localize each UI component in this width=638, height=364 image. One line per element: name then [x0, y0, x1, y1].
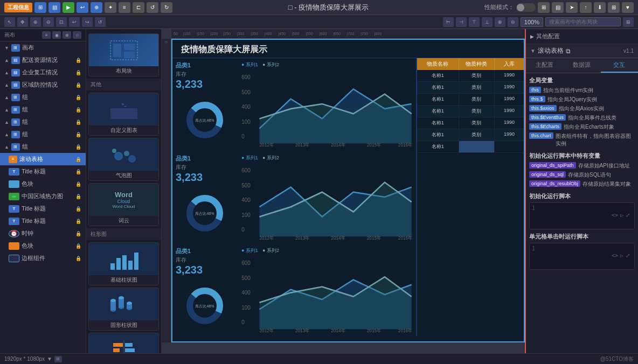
- toolbar-btn-3[interactable]: ▶: [63, 2, 74, 13]
- code-icon-copy[interactable]: ▷: [620, 212, 623, 218]
- code-icon-code-2[interactable]: <>: [612, 253, 618, 258]
- second-toolbar: ↖ ✥ ⊕ ⊖ ⊡ ↩ ↪ ↺ ⊢ ⊣ ⊤ ⊥ ⊕ ⊖ 100% ⊞: [0, 15, 638, 29]
- tool-zoom-in2[interactable]: ⊕: [495, 17, 505, 27]
- ruler-vertical: 0: [162, 39, 171, 342]
- tool-align-left[interactable]: ⊢: [443, 17, 454, 27]
- sidebar-item-group3[interactable]: ▲ ⊞ 组 🔒: [0, 116, 86, 128]
- tb-r-2[interactable]: ▤: [552, 2, 564, 13]
- scroll-table-icon: ≡: [9, 156, 17, 163]
- sidebar-item-title1[interactable]: T Title 标题 🔒: [0, 165, 86, 178]
- sidebar-area-label: 区域防控情况: [22, 81, 58, 89]
- sidebar-item-title2[interactable]: T Title 标题 🔒: [0, 202, 86, 215]
- sidebar-item-area[interactable]: ▲ ▤ 区域防控情况 🔒: [0, 79, 86, 91]
- svg-rect-33: [125, 343, 133, 347]
- sidebar-item-title3[interactable]: T Title 标题 🔒: [0, 215, 86, 227]
- comp-wordcloud[interactable]: Word Cloud Word Cloud 词云: [88, 183, 159, 226]
- toolbar-btn-9[interactable]: ↺: [147, 2, 158, 13]
- sidebar-item-scroll-table[interactable]: ≡ 滚动表格 🔒: [0, 153, 86, 165]
- sidebar-icon-4[interactable]: ☆: [73, 31, 81, 39]
- sidebar-icon-2[interactable]: ◉: [52, 31, 61, 39]
- var-rows-container: this指向当前组件vm实例this.$指向全局JQuery实例this.$ax…: [529, 87, 635, 148]
- tool-align-bottom[interactable]: ⊥: [482, 17, 493, 27]
- comp-solid-bar-thumb: [89, 288, 158, 320]
- sidebar-item-color2[interactable]: 色块 🔒: [0, 240, 86, 252]
- toolbar-btn-6[interactable]: ✦: [105, 2, 116, 13]
- tool-move[interactable]: ✥: [17, 17, 28, 27]
- tool-select[interactable]: ↖: [4, 17, 15, 27]
- chart2-svg: 600 500 400 100 0 2012年 2013年: [237, 163, 416, 241]
- code-icon-expand[interactable]: ⤢: [626, 212, 630, 218]
- lock-icon-g1: 🔒: [75, 95, 81, 100]
- tb-r-7[interactable]: ♥: [622, 2, 634, 13]
- comp-neg-bar[interactable]: 正负基柱形图: [88, 333, 159, 353]
- sidebar-item-map[interactable]: 中国区域热力图 🔒: [0, 190, 86, 202]
- svg-point-10: [128, 155, 136, 163]
- toolbar-btn-1[interactable]: ⊞: [34, 2, 46, 13]
- comp-basic-bar[interactable]: 基础柱状图: [88, 242, 159, 285]
- right-panel: ▶ 其他配置 ▼ 滚动表格 ⧉ v1.1 主配置 数据源 交互 全局变量 thi…: [525, 29, 638, 353]
- chevron-icon-3: ▲: [4, 70, 9, 75]
- toolbar-btn-2[interactable]: ▤: [48, 2, 60, 13]
- toolbar-btn-5[interactable]: ⊕: [91, 2, 102, 13]
- sidebar-item-delivery[interactable]: ▲ ▤ 配送资源情况 🔒: [0, 54, 86, 66]
- tab-datasource[interactable]: 数据源: [563, 58, 600, 73]
- comp-layout-block[interactable]: 布局块: [88, 33, 159, 76]
- tb-r-4[interactable]: ↑: [580, 2, 592, 13]
- bottom-btn[interactable]: ⊞: [54, 356, 62, 362]
- ruler-tick-150: |150: [197, 32, 204, 36]
- comp-bubble[interactable]: 气泡图: [88, 138, 159, 181]
- tool-align-top[interactable]: ⊤: [469, 17, 480, 27]
- tool-zoom-in[interactable]: ⊕: [30, 17, 41, 27]
- code-icon-expand-2[interactable]: ⤢: [626, 253, 630, 258]
- toolbar-btn-7[interactable]: ≡: [119, 2, 130, 13]
- lock-icon-g4: 🔒: [75, 132, 81, 137]
- sidebar-item-enterprise[interactable]: ▲ ▤ 企业复工情况 🔒: [0, 66, 86, 79]
- sidebar-item-group1[interactable]: ▲ ⊞ 组 🔒: [0, 91, 86, 103]
- scroll-table-label: 滚动表格: [19, 155, 43, 163]
- tool-zoom-out2[interactable]: ⊖: [508, 17, 518, 27]
- tool-undo[interactable]: ↩: [69, 17, 80, 27]
- tool-redo[interactable]: ↪: [82, 17, 93, 27]
- toolbar-btn-8[interactable]: ⊏: [133, 2, 144, 13]
- tb-r-5[interactable]: ⬇: [594, 2, 606, 13]
- sidebar-item-clock[interactable]: ⏰ 时钟 🔒: [0, 227, 86, 240]
- tb-r-1[interactable]: ⊞: [538, 2, 550, 13]
- other-config-section[interactable]: ▶ 其他配置: [526, 29, 638, 44]
- sidebar-icon-3[interactable]: ⊕: [63, 31, 71, 39]
- tool-refresh[interactable]: ↺: [95, 17, 106, 27]
- tool-align-center[interactable]: ⊣: [456, 17, 467, 27]
- sidebar-item-border[interactable]: 边框组件 🔒: [0, 252, 86, 264]
- comp-custom-label: 自定义图表: [89, 125, 158, 135]
- ruler-tick-500: |500: [292, 32, 300, 36]
- sidebar-icon-1[interactable]: ≡: [42, 31, 51, 39]
- init-var-tag: original_ds_spiPath: [529, 162, 576, 169]
- var-desc: 图表组件特有，指向图表容器图实例: [556, 132, 635, 148]
- svg-text:2013年: 2013年: [295, 235, 310, 240]
- tb-r-6[interactable]: ⊞: [608, 2, 620, 13]
- sidebar-item-color1[interactable]: 色块 🔒: [0, 178, 86, 190]
- init-var-row: original_ds_resublObj存储原始结果集对象: [529, 180, 635, 188]
- code-icon-code[interactable]: <>: [612, 212, 618, 218]
- canvas-search[interactable]: [545, 17, 621, 26]
- zoom-level[interactable]: 100%: [521, 17, 543, 27]
- perf-toggle[interactable]: [516, 3, 536, 12]
- tool-fit[interactable]: ⊡: [56, 17, 67, 27]
- sidebar-item-group5[interactable]: ▲ ⊞ 组 🔒: [0, 141, 86, 153]
- tool-zoom-out[interactable]: ⊖: [43, 17, 54, 27]
- sidebar-item-group4[interactable]: ▲ ⊞ 组 🔒: [0, 128, 86, 141]
- tool-grid[interactable]: ⊞: [623, 17, 634, 27]
- comp-solid-bar[interactable]: 固形柱状图: [88, 288, 159, 331]
- svg-text:2014年: 2014年: [331, 328, 345, 333]
- comp-custom-chart[interactable]: >_ 自定义图表: [88, 93, 159, 136]
- code-icon-copy-2[interactable]: ▷: [620, 253, 623, 258]
- cell-script-block[interactable]: 1 <> ▷ ⤢: [529, 243, 635, 270]
- tab-interact[interactable]: 交互: [601, 58, 638, 73]
- sidebar-item-canvas[interactable]: ▼ ⊞ 画布: [0, 41, 86, 54]
- tab-main-config[interactable]: 主配置: [526, 58, 563, 73]
- sidebar-item-group2[interactable]: ▲ ⊞ 组 🔒: [0, 103, 86, 116]
- toolbar-btn-4[interactable]: ↩: [77, 2, 88, 13]
- tb-r-3[interactable]: ➤: [566, 2, 578, 13]
- title2-label: Title 标题: [22, 205, 46, 213]
- init-script-block[interactable]: 1 <> ▷ ⤢: [529, 202, 635, 229]
- toolbar-btn-10[interactable]: ↻: [161, 2, 172, 13]
